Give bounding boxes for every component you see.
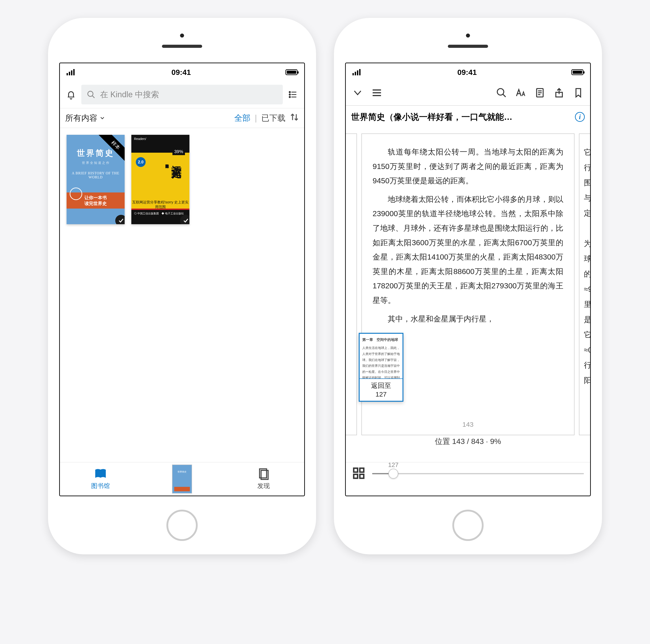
progress-slider[interactable]: 127 xyxy=(372,468,584,479)
font-settings-icon[interactable] xyxy=(515,87,526,99)
page-number: 143 xyxy=(362,418,574,431)
svg-rect-14 xyxy=(360,474,364,478)
svg-point-4 xyxy=(289,96,291,98)
slider-knob[interactable] xyxy=(389,469,398,479)
nav-discover[interactable]: 发现 xyxy=(223,463,304,496)
return-to-card[interactable]: 第一章 空间中的地球 人类生活在地球上，因此，人类对于世界的了解始于地球。我们在… xyxy=(359,333,403,402)
phone-library: 09:41 在 Kindle 中搜索 所有内容 全部 xyxy=(48,18,316,554)
reader-bottom: 127 xyxy=(346,462,590,496)
downloaded-badge xyxy=(115,215,124,224)
book-item-world-history[interactable]: 样本 世界简史 世 界 全 知 道 之 作 A BRIEF HISTORY OF… xyxy=(67,135,124,224)
svg-point-1 xyxy=(88,91,93,96)
signal-icon xyxy=(67,69,75,75)
tab-downloaded[interactable]: 已下载 xyxy=(261,113,285,124)
grid-view-icon[interactable] xyxy=(352,467,365,481)
current-book-thumb: 世界简史 xyxy=(172,465,192,494)
bottom-nav: 图书馆 世界简史 发现 xyxy=(60,462,304,496)
signal-icon xyxy=(353,69,361,75)
search-input[interactable]: 在 Kindle 中搜索 xyxy=(81,85,283,104)
home-button[interactable] xyxy=(167,510,198,541)
bell-icon[interactable] xyxy=(65,89,77,100)
sort-icon[interactable] xyxy=(290,113,299,124)
search-placeholder: 在 Kindle 中搜索 xyxy=(100,89,159,100)
search-icon xyxy=(87,90,96,99)
progress-badge: 39% xyxy=(173,148,185,155)
page-next[interactable]: 它们 行星 围。 与其 定的 为1英 球， 的大 ≈91. 里一 是小 它与 ≈… xyxy=(579,133,590,435)
book-title: 世界简史（像小说一样好看，一口气就能… xyxy=(351,111,512,123)
svg-rect-13 xyxy=(354,474,358,478)
book-title-bar: 世界简史（像小说一样好看，一口气就能… i xyxy=(346,106,590,128)
chevron-down-icon xyxy=(99,115,105,121)
list-options-icon[interactable] xyxy=(287,89,299,100)
screen-reader: 09:41 世界简史（像小说一样好看，一口气就能… i 个两 径为 虽 大约 士… xyxy=(345,63,591,496)
screen-library: 09:41 在 Kindle 中搜索 所有内容 全部 xyxy=(59,63,305,496)
notes-icon[interactable] xyxy=(534,87,545,99)
share-icon[interactable] xyxy=(553,87,565,99)
info-icon[interactable]: i xyxy=(575,112,585,122)
reader-toolbar xyxy=(346,81,590,106)
battery-icon xyxy=(571,69,583,75)
compass-icon xyxy=(257,468,269,480)
battery-icon xyxy=(285,69,297,75)
svg-point-3 xyxy=(289,94,291,95)
svg-point-8 xyxy=(497,89,504,95)
filter-bar: 所有内容 全部 | 已下载 xyxy=(60,108,304,128)
reading-area[interactable]: 个两 径为 虽 大约 士所 据证 人们 驳地 以天 以日 一样 之所 为地 以证… xyxy=(346,128,590,462)
svg-point-2 xyxy=(289,92,291,93)
library-topbar: 在 Kindle 中搜索 xyxy=(60,81,304,108)
menu-icon[interactable] xyxy=(371,87,383,99)
book-open-icon xyxy=(95,468,107,480)
book-item-yunying[interactable]: Readers' 39% 2.0 运营之光 我的互联网运营方法论与自白 互联网运… xyxy=(131,135,189,224)
clock: 09:41 xyxy=(172,68,191,77)
nav-library[interactable]: 图书馆 xyxy=(60,463,141,496)
library-grid: 样本 世界简史 世 界 全 知 道 之 作 A BRIEF HISTORY OF… xyxy=(60,128,304,462)
home-button[interactable] xyxy=(452,510,483,541)
svg-rect-12 xyxy=(360,468,364,472)
status-bar: 09:41 xyxy=(60,63,304,81)
search-icon[interactable] xyxy=(496,87,507,99)
phone-reader: 09:41 世界简史（像小说一样好看，一口气就能… i 个两 径为 虽 大约 士… xyxy=(334,18,602,554)
status-bar: 09:41 xyxy=(346,63,590,81)
close-chevron-icon[interactable] xyxy=(352,87,363,99)
position-label: 位置 143 / 843 · 9% xyxy=(346,434,590,449)
nav-current-book[interactable]: 世界简史 xyxy=(141,463,223,496)
page-prev[interactable]: 个两 径为 虽 大约 士所 据证 人们 驳地 以天 以日 一样 之所 为地 以证… xyxy=(346,133,357,435)
clock: 09:41 xyxy=(458,68,477,77)
filter-dropdown[interactable]: 所有内容 xyxy=(65,113,105,124)
svg-rect-11 xyxy=(354,468,358,472)
tab-all[interactable]: 全部 xyxy=(234,113,250,124)
bookmark-icon[interactable] xyxy=(573,87,584,99)
